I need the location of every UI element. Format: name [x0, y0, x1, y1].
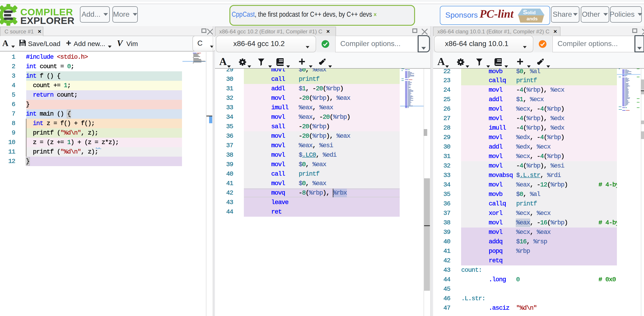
svg-text:ands: ands [526, 16, 538, 21]
